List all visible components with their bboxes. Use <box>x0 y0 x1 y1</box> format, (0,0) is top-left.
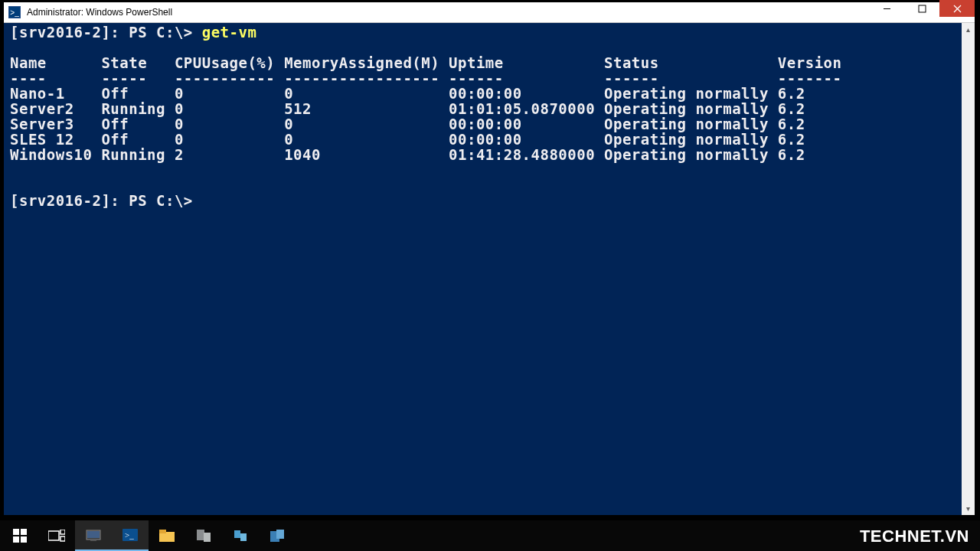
taskbar-app-servermanager[interactable] <box>75 520 112 551</box>
taskbar-app-explorer[interactable] <box>149 520 185 551</box>
start-button[interactable] <box>2 520 38 551</box>
svg-rect-12 <box>87 531 100 538</box>
taskbar-app-generic-2[interactable] <box>222 520 259 551</box>
svg-rect-19 <box>204 533 211 542</box>
terminal-output[interactable]: [srv2016-2]: PS C:\> get-vm Name State C… <box>4 23 975 515</box>
svg-rect-9 <box>60 530 65 534</box>
svg-rect-17 <box>159 530 166 533</box>
svg-rect-20 <box>234 530 240 538</box>
svg-text:>_: >_ <box>125 530 134 540</box>
titlebar[interactable]: >_ Administrator: Windows PowerShell <box>4 2 975 23</box>
svg-rect-5 <box>21 529 27 535</box>
svg-rect-4 <box>13 529 19 535</box>
scroll-up-icon[interactable]: ▴ <box>962 23 975 36</box>
taskbar-app-generic-3[interactable] <box>259 520 296 551</box>
close-button[interactable] <box>939 0 975 17</box>
scroll-down-icon[interactable]: ▾ <box>962 502 975 515</box>
taskbar-app-generic-1[interactable] <box>185 520 222 551</box>
powershell-window: >_ Administrator: Windows PowerShell [sr… <box>4 2 975 515</box>
svg-rect-10 <box>60 536 65 541</box>
svg-rect-18 <box>197 530 204 540</box>
svg-rect-6 <box>13 536 19 543</box>
svg-rect-8 <box>48 531 59 540</box>
svg-rect-1 <box>919 5 926 12</box>
window-controls <box>869 0 975 17</box>
taskbar-app-powershell[interactable]: >_ <box>112 520 149 551</box>
svg-rect-21 <box>240 533 247 541</box>
svg-rect-23 <box>276 530 284 539</box>
powershell-icon: >_ <box>8 6 21 18</box>
taskbar[interactable]: >_ <box>0 520 980 551</box>
svg-rect-13 <box>90 540 96 541</box>
watermark: TECHNET.VN <box>860 527 969 546</box>
maximize-button[interactable] <box>904 0 939 17</box>
prompt-line: [srv2016-2]: PS C:\> get-vm <box>10 24 975 40</box>
vertical-scrollbar[interactable]: ▴ ▾ <box>962 23 975 515</box>
minimize-button[interactable] <box>869 0 904 17</box>
svg-rect-7 <box>21 536 27 543</box>
taskview-button[interactable] <box>38 520 75 551</box>
window-title: Administrator: Windows PowerShell <box>27 7 172 18</box>
